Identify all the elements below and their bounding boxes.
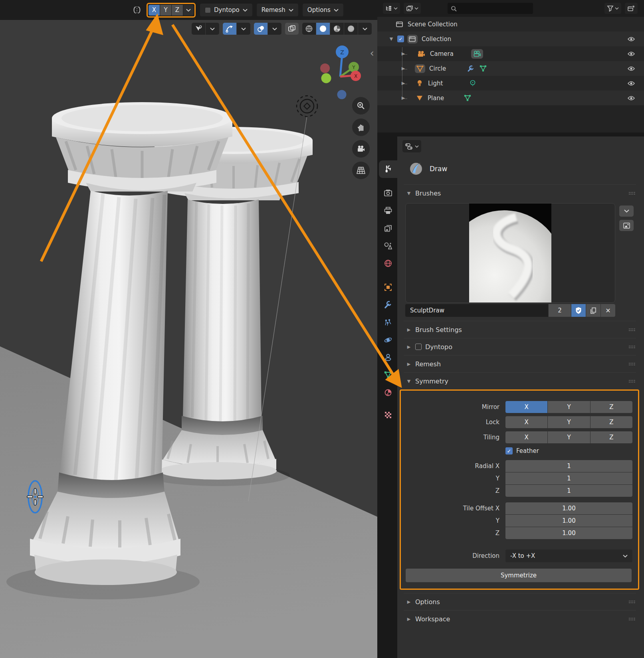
remesh-header-button[interactable]: Remesh bbox=[257, 4, 298, 16]
plane-expand-arrow[interactable]: ▶ bbox=[400, 95, 406, 101]
drag-handle[interactable] bbox=[628, 192, 635, 195]
symmetry-tiling-z[interactable]: Z bbox=[590, 431, 632, 443]
eye-icon[interactable] bbox=[627, 36, 635, 42]
symmetry-mirror-z[interactable]: Z bbox=[590, 401, 632, 413]
drag-handle[interactable] bbox=[628, 345, 635, 349]
shading-dropdown[interactable] bbox=[358, 23, 372, 35]
gizmos-toggle[interactable] bbox=[223, 23, 236, 35]
tab-material[interactable] bbox=[379, 384, 397, 401]
tab-world[interactable] bbox=[379, 255, 397, 272]
outliner-filter-dropdown[interactable] bbox=[604, 3, 621, 14]
drag-handle[interactable] bbox=[628, 600, 635, 604]
mirror-x-button[interactable]: X bbox=[149, 5, 160, 16]
section-options[interactable]: ▶ Options bbox=[404, 593, 636, 610]
outliner-row-light[interactable]: ▶ Light bbox=[377, 76, 644, 91]
section-expand-arrow[interactable]: ▶ bbox=[406, 617, 412, 622]
drag-handle[interactable] bbox=[628, 328, 635, 332]
overlays-toggle[interactable] bbox=[254, 23, 268, 35]
brush-dropdown-button[interactable] bbox=[619, 206, 634, 217]
light-gizmo[interactable] bbox=[297, 96, 317, 117]
collection-expand-arrow[interactable]: ▼ bbox=[388, 36, 394, 41]
mirror-y-button[interactable]: Y bbox=[160, 5, 171, 16]
tab-scene[interactable] bbox=[379, 237, 397, 255]
fake-user-shield-button[interactable] bbox=[571, 304, 586, 317]
toggle-perspective-grid-button[interactable] bbox=[352, 162, 370, 179]
section-remesh[interactable]: ▶ Remesh bbox=[404, 355, 636, 372]
show-gizmo-dropdown[interactable] bbox=[206, 23, 219, 35]
symmetrize-button[interactable]: Symmetrize bbox=[406, 569, 632, 582]
tab-output[interactable] bbox=[379, 202, 397, 219]
shading-wireframe-button[interactable] bbox=[302, 23, 316, 35]
outliner-row-scene-collection[interactable]: Scene Collection bbox=[377, 17, 644, 32]
editor-splitter[interactable] bbox=[377, 132, 644, 136]
orientation-gizmo[interactable]: Z Y X bbox=[320, 45, 361, 99]
feather-checkbox[interactable]: ✓ bbox=[505, 447, 513, 454]
drag-handle[interactable] bbox=[628, 379, 635, 383]
tile-offset-z-field[interactable]: 1.00 bbox=[505, 527, 632, 539]
zoom-button[interactable] bbox=[352, 97, 370, 115]
viewport-3d[interactable]: Z Y X bbox=[0, 0, 377, 658]
outliner-row-plane[interactable]: ▶ Plane bbox=[377, 91, 644, 105]
section-expand-arrow[interactable]: ▶ bbox=[406, 327, 412, 332]
shading-material-button[interactable] bbox=[330, 23, 344, 35]
section-expand-arrow[interactable]: ▶ bbox=[406, 362, 412, 367]
shading-solid-button[interactable] bbox=[316, 23, 330, 35]
light-expand-arrow[interactable]: ▶ bbox=[400, 81, 406, 86]
drag-handle[interactable] bbox=[628, 617, 635, 621]
section-expand-arrow[interactable]: ▼ bbox=[406, 191, 412, 196]
tile-offset-y-field[interactable]: 1.00 bbox=[505, 515, 632, 527]
tab-tool[interactable] bbox=[379, 160, 397, 178]
radial-y-field[interactable]: 1 bbox=[505, 472, 632, 484]
outliner-row-collection[interactable]: ▼ ✓ Collection bbox=[377, 32, 644, 46]
symmetry-tiling-y[interactable]: Y bbox=[548, 431, 590, 443]
sidebar-toggle-chevron[interactable]: ‹ bbox=[370, 47, 374, 59]
tab-object-data[interactable] bbox=[379, 366, 397, 384]
pan-hand-button[interactable] bbox=[352, 119, 370, 136]
dyntopo-section-checkbox[interactable] bbox=[415, 344, 422, 350]
section-symmetry[interactable]: ▼ Symmetry bbox=[404, 372, 636, 389]
brush-thumbnail-button[interactable] bbox=[619, 220, 634, 231]
symmetry-tiling-x[interactable]: X bbox=[505, 431, 547, 443]
duplicate-brush-button[interactable] bbox=[586, 304, 600, 317]
eye-icon[interactable] bbox=[627, 66, 635, 71]
brush-users-count[interactable]: 2 bbox=[549, 304, 571, 317]
eye-icon[interactable] bbox=[627, 95, 635, 101]
symmetry-lock-x[interactable]: X bbox=[505, 416, 547, 428]
tab-physics[interactable] bbox=[379, 331, 397, 349]
eye-icon[interactable] bbox=[627, 51, 635, 57]
tab-object[interactable] bbox=[379, 279, 397, 296]
section-expand-arrow[interactable]: ▶ bbox=[406, 599, 412, 605]
tab-modifiers[interactable] bbox=[379, 296, 397, 314]
camera-expand-arrow[interactable]: ▶ bbox=[400, 51, 406, 56]
editor-type-button[interactable] bbox=[402, 140, 421, 152]
tab-texture[interactable] bbox=[379, 406, 397, 424]
mirror-z-button[interactable]: Z bbox=[172, 5, 183, 16]
gizmos-dropdown[interactable] bbox=[237, 23, 250, 35]
new-collection-button[interactable] bbox=[625, 3, 638, 14]
section-brushes[interactable]: ▼ Brushes bbox=[404, 184, 636, 202]
overlays-dropdown[interactable] bbox=[268, 23, 281, 35]
outliner-display-mode-dropdown[interactable] bbox=[383, 3, 400, 14]
symmetry-mirror-y[interactable]: Y bbox=[548, 401, 590, 413]
outliner-row-circle[interactable]: ▶ Circle bbox=[377, 61, 644, 76]
radial-z-field[interactable]: 1 bbox=[505, 485, 632, 497]
outliner-filter-display-dropdown[interactable] bbox=[404, 3, 421, 14]
tab-constraints[interactable] bbox=[379, 349, 397, 366]
tile-offset-x-field[interactable]: 1.00 bbox=[505, 502, 632, 514]
dyntopo-header-button[interactable]: Dyntopo bbox=[200, 4, 252, 16]
outliner-row-camera[interactable]: ▶ Camera bbox=[377, 46, 644, 61]
drag-handle[interactable] bbox=[628, 362, 635, 366]
mirror-dropdown[interactable] bbox=[183, 5, 194, 16]
brush-preview-button[interactable] bbox=[405, 203, 615, 303]
show-gizmo-button[interactable] bbox=[192, 23, 205, 35]
unlink-brush-button[interactable]: ✕ bbox=[601, 304, 615, 317]
shading-rendered-button[interactable] bbox=[344, 23, 358, 35]
section-expand-arrow[interactable]: ▼ bbox=[406, 379, 412, 384]
section-workspace[interactable]: ▶ Workspace bbox=[404, 610, 636, 627]
section-dyntopo[interactable]: ▶ Dyntopo bbox=[404, 338, 636, 355]
radial-x-field[interactable]: 1 bbox=[505, 460, 632, 472]
tab-view-layer[interactable] bbox=[379, 219, 397, 237]
dyntopo-checkbox[interactable] bbox=[205, 7, 211, 13]
xray-toggle[interactable] bbox=[285, 23, 299, 35]
collection-checkbox[interactable]: ✓ bbox=[397, 36, 404, 42]
